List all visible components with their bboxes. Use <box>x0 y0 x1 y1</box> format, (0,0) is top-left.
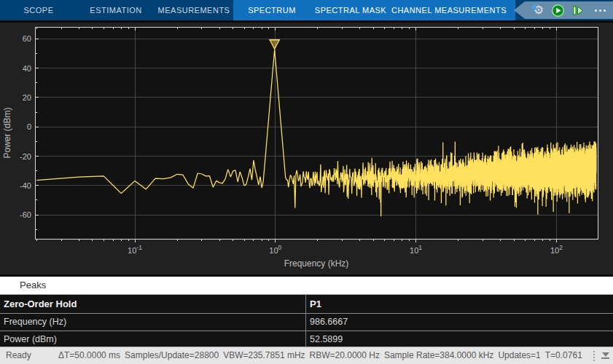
tab-channel-measurements[interactable]: CHANNEL MEASUREMENTS <box>391 0 507 20</box>
peaks-frequency-label: Frequency (Hz) <box>0 314 306 331</box>
tab-measurements[interactable]: MEASUREMENTS <box>158 0 230 20</box>
peaks-table-header-row: Zero-Order Hold P1 <box>0 295 613 313</box>
step-forward-icon[interactable] <box>571 4 585 17</box>
peaks-table-header-source[interactable]: Zero-Order Hold <box>0 295 306 313</box>
peaks-table-row-frequency[interactable]: Frequency (Hz) 986.6667 <box>0 313 613 331</box>
svg-text:10-1: 10-1 <box>128 244 142 255</box>
status-samples-per-update: Samples/Update=28800 <box>125 347 219 364</box>
peaks-power-label: Power (dBm) <box>0 331 306 348</box>
svg-text:102: 102 <box>550 244 563 255</box>
statusbar-drag-handle[interactable] <box>593 351 595 361</box>
more-options-icon[interactable] <box>595 9 606 12</box>
status-delta-t: ΔT=50.0000 ms <box>58 347 120 364</box>
peaks-table: Zero-Order Hold P1 Frequency (Hz) 986.66… <box>0 294 613 347</box>
peaks-table-header-p1[interactable]: P1 <box>306 295 613 313</box>
svg-text:60: 60 <box>23 34 31 43</box>
status-items: ΔT=50.0000 ms Samples/Update=28800 VBW=2… <box>58 347 582 364</box>
tab-spectrum[interactable]: SPECTRUM <box>248 0 296 20</box>
spectrum-plot-area[interactable]: 6040200-20-40-6010-1100101102Frequency (… <box>0 23 613 274</box>
status-state: Ready <box>6 347 31 364</box>
svg-text:40: 40 <box>23 64 31 73</box>
peaks-table-row-power[interactable]: Power (dBm) 52.5899 <box>0 331 613 348</box>
toolstrip-tabbar: SCOPE ESTIMATION MEASUREMENTS SPECTRUM S… <box>0 0 613 20</box>
x-axis-label: Frequency (kHz) <box>284 258 349 269</box>
svg-text:101: 101 <box>410 244 422 255</box>
status-sample-rate: Sample Rate=384.0000 kHz <box>384 347 493 364</box>
run-icon[interactable] <box>551 4 565 17</box>
peaks-panel-header: Peaks <box>0 277 613 294</box>
svg-text:-40: -40 <box>20 181 31 190</box>
status-rbw: RBW=20.0000 Hz <box>310 347 380 364</box>
y-axis-label: Power (dBm) <box>2 107 12 158</box>
tab-spectral-mask[interactable]: SPECTRAL MASK <box>315 0 386 20</box>
quick-access-toolbar: ⚙ <box>514 1 613 19</box>
svg-text:-60: -60 <box>20 210 31 219</box>
peaks-panel-title: Peaks <box>20 277 46 294</box>
status-time: T=0.0761 <box>545 347 582 364</box>
svg-text:-20: -20 <box>20 152 31 161</box>
svg-text:20: 20 <box>23 93 31 102</box>
tab-estimation[interactable]: ESTIMATION <box>90 0 141 20</box>
status-vbw: VBW=235.7851 mHz <box>223 347 305 364</box>
processing-settings-icon[interactable]: ⚙ <box>532 4 545 17</box>
status-bar: Ready ΔT=50.0000 ms Samples/Update=28800… <box>0 347 613 364</box>
peaks-frequency-value: 986.6667 <box>306 314 613 331</box>
tab-scope[interactable]: SCOPE <box>23 0 53 20</box>
status-updates: Updates=1 <box>498 347 540 364</box>
svg-text:0: 0 <box>27 122 31 131</box>
svg-text:100: 100 <box>269 244 281 255</box>
peaks-power-value: 52.5899 <box>306 331 613 348</box>
collapse-panel-icon[interactable] <box>601 352 609 359</box>
